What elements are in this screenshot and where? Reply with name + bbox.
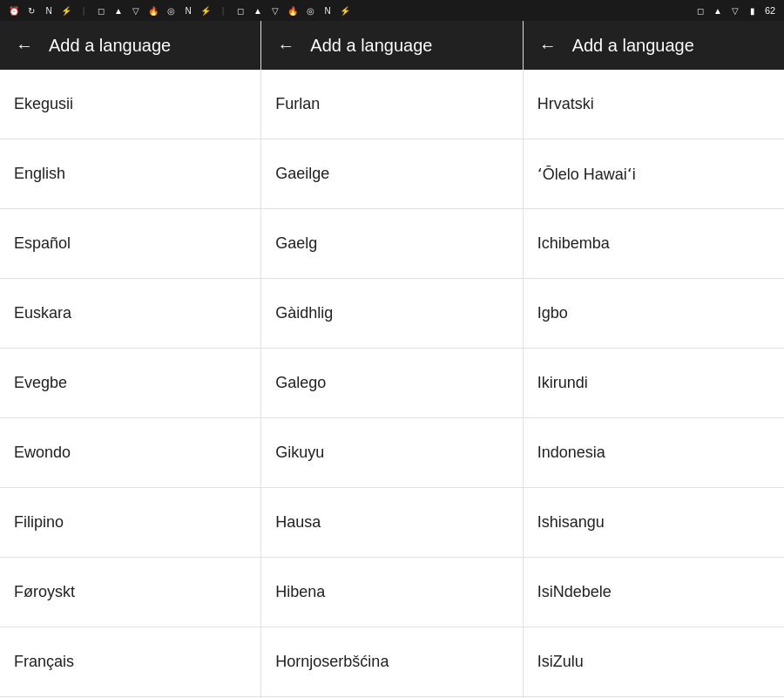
toolbar-1: ← Add a language xyxy=(0,21,260,70)
toolbar-title-1: Add a language xyxy=(49,36,171,56)
list-item[interactable]: Evegbe xyxy=(0,349,260,418)
list-item[interactable]: Furlan xyxy=(261,70,522,139)
signal-icon3: ▽ xyxy=(728,3,742,17)
status-bar-left: ⏰ ↻ N ⚡ | ◻ ▲ ▽ 🔥 ◎ N ⚡ | ◻ ▲ ▽ 🔥 ◎ N ⚡ xyxy=(7,3,352,17)
list-item[interactable]: IsiNdebele xyxy=(524,558,784,627)
battery-level: 62 xyxy=(763,3,777,17)
panel-1: ← Add a language Ekegusii English Españo… xyxy=(0,21,261,698)
back-button-3[interactable]: ← xyxy=(537,35,558,56)
nfc-icon1: ◻ xyxy=(94,3,108,17)
usb-icon3: ⚡ xyxy=(338,3,352,17)
toolbar-2: ← Add a language xyxy=(261,21,522,70)
list-item[interactable]: Ikirundi xyxy=(524,349,784,418)
flame-icon1: 🔥 xyxy=(146,3,160,17)
usb-icon1: ⚡ xyxy=(59,3,73,17)
signal-icon1: ▽ xyxy=(129,3,143,17)
panel-3: ← Add a language Hrvatski ʻŌlelo Hawaiʻi… xyxy=(524,21,784,698)
toolbar-title-2: Add a language xyxy=(310,36,432,56)
list-item[interactable]: Igbo xyxy=(524,279,784,349)
list-item[interactable]: Hibena xyxy=(261,558,522,627)
alarm-icon: ⏰ xyxy=(7,3,21,17)
usb-icon2: ⚡ xyxy=(199,3,213,17)
list-item[interactable]: Hausa xyxy=(261,488,522,558)
list-item[interactable]: Gaeilge xyxy=(261,139,522,209)
list-item[interactable]: ʻŌlelo Hawaiʻi xyxy=(524,139,784,209)
list-item[interactable]: Gikuyu xyxy=(261,418,522,488)
list-item[interactable]: Galego xyxy=(261,349,522,418)
divider1: | xyxy=(77,3,91,17)
list-item[interactable]: IsiZulu xyxy=(524,627,784,697)
list-item[interactable]: Føroyskt xyxy=(0,558,260,627)
signal-icon2: ▽ xyxy=(268,3,282,17)
toolbar-3: ← Add a language xyxy=(524,21,784,70)
network-icon1: N xyxy=(42,3,56,17)
list-item[interactable]: Gàidhlig xyxy=(261,279,522,349)
list-item[interactable]: Ekegusii xyxy=(0,70,260,139)
wifi-icon2: ▲ xyxy=(251,3,265,17)
language-list-1: Ekegusii English Español Euskara Evegbe … xyxy=(0,70,260,698)
nfc-icon3: ◻ xyxy=(693,3,707,17)
list-item[interactable]: Ichibemba xyxy=(524,209,784,279)
status-bar: ⏰ ↻ N ⚡ | ◻ ▲ ▽ 🔥 ◎ N ⚡ | ◻ ▲ ▽ 🔥 ◎ N ⚡ … xyxy=(0,0,784,21)
panel-2: ← Add a language Furlan Gaeilge Gaelg Gà… xyxy=(261,21,523,698)
list-item[interactable]: Hornjoserbšćina xyxy=(261,627,522,697)
list-item[interactable]: Français xyxy=(0,627,260,697)
divider2: | xyxy=(216,3,230,17)
network-icon3: N xyxy=(321,3,335,17)
list-item[interactable]: Español xyxy=(0,209,260,279)
list-item[interactable]: Indonesia xyxy=(524,418,784,488)
flame-icon2: 🔥 xyxy=(286,3,300,17)
list-item[interactable]: English xyxy=(0,139,260,209)
cam-icon2: ◎ xyxy=(303,3,317,17)
list-item[interactable]: Filipino xyxy=(0,488,260,558)
list-item[interactable]: Ewondo xyxy=(0,418,260,488)
wifi-icon1: ▲ xyxy=(112,3,125,17)
network-icon2: N xyxy=(181,3,195,17)
list-item[interactable]: Ishisangu xyxy=(524,488,784,558)
list-item[interactable]: Euskara xyxy=(0,279,260,349)
cam-icon1: ◎ xyxy=(164,3,178,17)
list-item[interactable]: Hrvatski xyxy=(524,70,784,139)
toolbar-title-3: Add a language xyxy=(572,36,694,56)
status-bar-right: ◻ ▲ ▽ ▮ 62 xyxy=(693,3,777,17)
wifi-icon3: ▲ xyxy=(711,3,725,17)
sync-icon: ↻ xyxy=(24,3,38,17)
back-button-1[interactable]: ← xyxy=(14,35,35,56)
language-list-2: Furlan Gaeilge Gaelg Gàidhlig Galego Gik… xyxy=(261,70,522,698)
nfc-icon2: ◻ xyxy=(233,3,247,17)
back-button-2[interactable]: ← xyxy=(275,35,296,56)
battery-icon: ▮ xyxy=(746,3,760,17)
panels-container: ← Add a language Ekegusii English Españo… xyxy=(0,21,784,698)
list-item[interactable]: Gaelg xyxy=(261,209,522,279)
language-list-3: Hrvatski ʻŌlelo Hawaiʻi Ichibemba Igbo I… xyxy=(524,70,784,698)
